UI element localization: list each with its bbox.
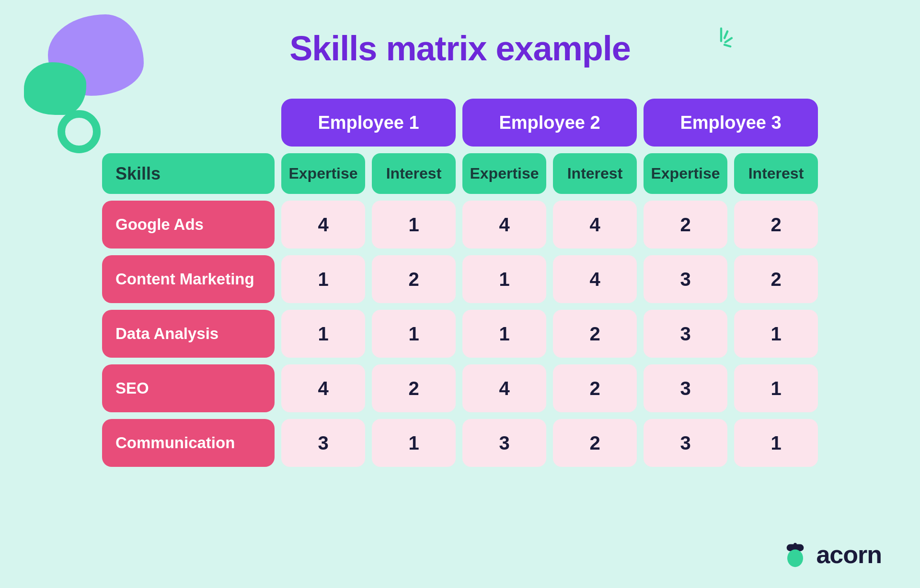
sub-header-emp3-expertise: Expertise bbox=[644, 153, 727, 194]
value-cell-row4-col2: 3 bbox=[462, 419, 546, 467]
skill-label-3: SEO bbox=[102, 364, 275, 412]
value-cell-row3-col4: 3 bbox=[644, 364, 727, 412]
employee-header-2: Employee 2 bbox=[462, 99, 637, 147]
value-cell-row3-col5: 1 bbox=[734, 364, 818, 412]
table-row: Google Ads414422 bbox=[102, 201, 818, 249]
sub-header-emp1-expertise: Expertise bbox=[281, 153, 365, 194]
skill-label-0: Google Ads bbox=[102, 201, 275, 249]
sparkle-icon bbox=[704, 26, 738, 60]
value-cell-row0-col5: 2 bbox=[734, 201, 818, 249]
table-row: Communication313231 bbox=[102, 419, 818, 467]
value-cell-row2-col4: 3 bbox=[644, 310, 727, 358]
employee-header-3: Employee 3 bbox=[644, 99, 818, 147]
skill-label-1: Content Marketing bbox=[102, 255, 275, 303]
value-cell-row0-col3: 4 bbox=[553, 201, 637, 249]
value-cell-row0-col2: 4 bbox=[462, 201, 546, 249]
value-cell-row4-col3: 2 bbox=[553, 419, 637, 467]
value-cell-row0-col4: 2 bbox=[644, 201, 727, 249]
sub-header-emp3-interest: Interest bbox=[734, 153, 818, 194]
sub-header-emp2-interest: Interest bbox=[553, 153, 637, 194]
svg-line-2 bbox=[725, 38, 732, 43]
table-row: Data Analysis111231 bbox=[102, 310, 818, 358]
value-cell-row2-col3: 2 bbox=[553, 310, 637, 358]
skills-matrix: Employee 1Employee 2Employee 3SkillsExpe… bbox=[95, 92, 825, 474]
svg-rect-6 bbox=[794, 543, 797, 547]
value-cell-row0-col0: 4 bbox=[281, 201, 365, 249]
value-cell-row4-col4: 3 bbox=[644, 419, 727, 467]
value-cell-row1-col0: 1 bbox=[281, 255, 365, 303]
value-cell-row4-col1: 1 bbox=[372, 419, 456, 467]
decorative-blob-green bbox=[24, 62, 86, 115]
table-row: Content Marketing121432 bbox=[102, 255, 818, 303]
decorative-ring bbox=[58, 110, 101, 153]
value-cell-row1-col2: 1 bbox=[462, 255, 546, 303]
acorn-logo: acorn bbox=[782, 540, 882, 569]
sub-header-emp1-interest: Interest bbox=[372, 153, 456, 194]
value-cell-row2-col1: 1 bbox=[372, 310, 456, 358]
value-cell-row3-col3: 2 bbox=[553, 364, 637, 412]
table-row: SEO424231 bbox=[102, 364, 818, 412]
value-cell-row3-col1: 2 bbox=[372, 364, 456, 412]
value-cell-row2-col0: 1 bbox=[281, 310, 365, 358]
acorn-brand-icon bbox=[782, 542, 808, 568]
value-cell-row4-col5: 1 bbox=[734, 419, 818, 467]
value-cell-row1-col1: 2 bbox=[372, 255, 456, 303]
value-cell-row4-col0: 3 bbox=[281, 419, 365, 467]
value-cell-row1-col3: 4 bbox=[553, 255, 637, 303]
value-cell-row3-col2: 4 bbox=[462, 364, 546, 412]
skill-label-2: Data Analysis bbox=[102, 310, 275, 358]
skills-column-header: Skills bbox=[102, 153, 275, 194]
value-cell-row1-col4: 3 bbox=[644, 255, 727, 303]
value-cell-row2-col5: 1 bbox=[734, 310, 818, 358]
value-cell-row0-col1: 1 bbox=[372, 201, 456, 249]
page-title: Skills matrix example bbox=[289, 29, 630, 68]
acorn-brand-text: acorn bbox=[816, 540, 882, 569]
skill-label-4: Communication bbox=[102, 419, 275, 467]
sub-header-emp2-expertise: Expertise bbox=[462, 153, 546, 194]
employee-header-1: Employee 1 bbox=[281, 99, 456, 147]
svg-line-3 bbox=[724, 45, 730, 47]
svg-point-5 bbox=[787, 549, 803, 567]
value-cell-row2-col2: 1 bbox=[462, 310, 546, 358]
value-cell-row3-col0: 4 bbox=[281, 364, 365, 412]
svg-line-1 bbox=[724, 32, 727, 38]
value-cell-row1-col5: 2 bbox=[734, 255, 818, 303]
